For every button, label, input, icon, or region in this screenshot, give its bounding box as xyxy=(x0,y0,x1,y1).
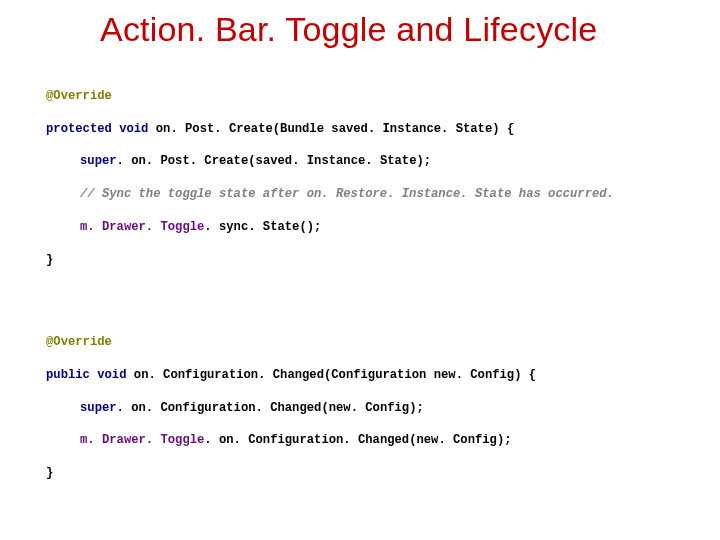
rparen: ) xyxy=(492,122,499,136)
field-mdrawertoggle: m. Drawer. Toggle xyxy=(80,220,204,234)
sp xyxy=(521,368,528,382)
call-syncstate: sync. State xyxy=(219,220,299,234)
dot: . xyxy=(117,154,132,168)
lparen: ( xyxy=(248,154,255,168)
rparen: ) xyxy=(307,220,314,234)
semicolon: ; xyxy=(314,220,321,234)
kw-void: void xyxy=(119,122,148,136)
method-onpostcreate: on. Post. Create xyxy=(156,122,273,136)
call-onpostcreate: on. Post. Create xyxy=(131,154,248,168)
param-newconfig: new. Config xyxy=(434,368,514,382)
rbrace: } xyxy=(46,466,53,480)
comment-sync: // Sync the toggle state after on. Resto… xyxy=(80,187,614,201)
annotation: @Override xyxy=(46,89,112,103)
arg-newconfig: new. Config xyxy=(416,433,496,447)
param-savedstate: saved. Instance. State xyxy=(331,122,492,136)
kw-super: super xyxy=(80,401,117,415)
arg-savedstate: saved. Instance. State xyxy=(256,154,417,168)
dot: . xyxy=(204,220,219,234)
semicolon: ; xyxy=(504,433,511,447)
dot: . xyxy=(204,433,219,447)
kw-protected: protected xyxy=(46,122,112,136)
kw-void: void xyxy=(97,368,126,382)
kw-public: public xyxy=(46,368,90,382)
sp xyxy=(148,122,155,136)
sp xyxy=(500,122,507,136)
lparen: ( xyxy=(273,122,280,136)
call-onconfigchanged: on. Configuration. Changed xyxy=(131,401,321,415)
kw-super: super xyxy=(80,154,117,168)
lbrace: { xyxy=(507,122,514,136)
call-onconfigchanged2: on. Configuration. Changed xyxy=(219,433,409,447)
sp xyxy=(126,368,133,382)
type-bundle: Bundle xyxy=(280,122,324,136)
method-onconfigchanged: on. Configuration. Changed xyxy=(134,368,324,382)
lparen: ( xyxy=(299,220,306,234)
field-mdrawertoggle: m. Drawer. Toggle xyxy=(80,433,204,447)
lparen: ( xyxy=(321,401,328,415)
sp xyxy=(426,368,433,382)
semicolon: ; xyxy=(424,154,431,168)
type-configuration: Configuration xyxy=(331,368,426,382)
rbrace: } xyxy=(46,253,53,267)
arg-newconfig: new. Config xyxy=(329,401,409,415)
annotation: @Override xyxy=(46,335,112,349)
lbrace: { xyxy=(529,368,536,382)
dot: . xyxy=(117,401,132,415)
semicolon: ; xyxy=(416,401,423,415)
slide-title: Action. Bar. Toggle and Lifecycle xyxy=(0,0,720,55)
rparen: ) xyxy=(416,154,423,168)
code-block: @Override protected void on. Post. Creat… xyxy=(0,55,720,540)
